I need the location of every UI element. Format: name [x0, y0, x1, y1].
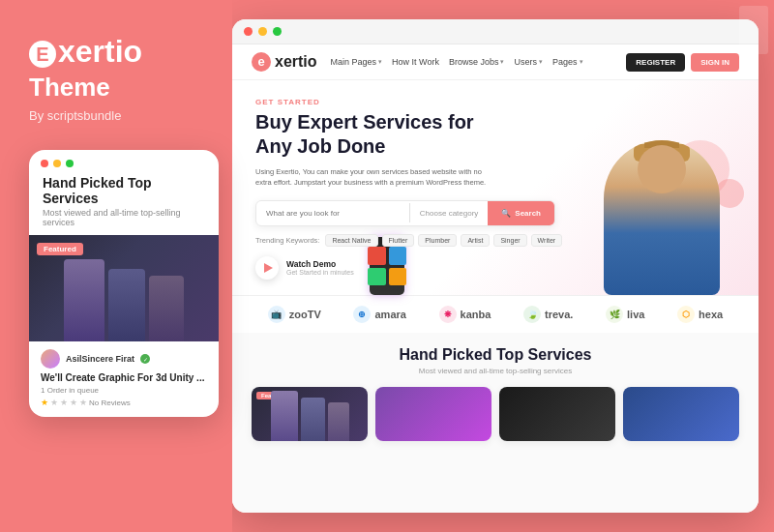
search-input[interactable] — [256, 202, 409, 224]
nav-pages[interactable]: Pages ▾ — [552, 57, 583, 67]
card-window-controls — [29, 150, 219, 173]
watch-label: Watch Demo — [286, 259, 354, 269]
hero-title: Buy Expert Services for Any Job Done — [255, 110, 507, 159]
nav-browse-jobs[interactable]: Browse Jobs ▾ — [449, 57, 505, 67]
browser-bar — [232, 19, 759, 44]
chevron-down-icon: ▾ — [539, 58, 543, 66]
left-panel: Exertio Theme By scriptsbundle Hand Pick… — [0, 0, 232, 532]
nav-main-pages[interactable]: Main Pages ▾ — [331, 57, 383, 67]
trending-row: Trending Keywords: React Native Flutter … — [255, 234, 735, 247]
trending-tags: React Native Flutter Plumber Artist Sing… — [325, 234, 562, 247]
play-button[interactable] — [255, 256, 279, 280]
dot-green — [66, 160, 74, 167]
figure — [301, 398, 325, 441]
service-image-2 — [499, 387, 615, 441]
service-card-1[interactable] — [375, 387, 491, 441]
partner-zootv: 📺 zooTV — [268, 306, 321, 323]
partner-amara: ⊕ amara — [353, 306, 405, 323]
mobile-card: Hand Picked Top Services Most viewed and… — [29, 150, 219, 417]
partner-name: amara — [374, 309, 405, 320]
card-figures — [29, 259, 219, 341]
trending-tag-1[interactable]: Flutter — [382, 234, 415, 247]
partners-bar: 📺 zooTV ⊕ amara ❋ kanba 🍃 treva. 🌿 liva … — [232, 295, 759, 333]
hero-tag: GET STARTED — [255, 98, 735, 106]
brand-subtitle: Theme — [29, 73, 209, 103]
brand-e-icon: E — [29, 41, 56, 68]
signin-button[interactable]: SIGN IN — [691, 53, 739, 72]
avatar — [41, 349, 60, 369]
trending-tag-4[interactable]: Singer — [493, 234, 526, 247]
card-image: Featured — [29, 235, 219, 341]
star-empty-icon: ★ — [60, 398, 68, 407]
logo-e-icon: e — [252, 52, 271, 72]
search-category[interactable]: Choose category — [410, 202, 488, 224]
service-card-0[interactable]: Featured — [252, 387, 368, 441]
zootv-icon: 📺 — [268, 306, 285, 323]
register-button[interactable]: REGISTER — [626, 53, 685, 72]
nav-users[interactable]: Users ▾ — [514, 57, 543, 67]
hero-section: GET STARTED Buy Expert Services for Any … — [232, 80, 759, 295]
star-empty-icon: ★ — [79, 398, 87, 407]
hexa-icon: ⬡ — [677, 306, 695, 323]
nav-how-it-work[interactable]: How It Work — [392, 57, 439, 67]
figure-3 — [149, 276, 184, 341]
partner-treva: 🍃 treva. — [523, 306, 573, 323]
treva-icon: 🍃 — [523, 306, 541, 323]
browser-panel: e xertio Main Pages ▾ How It Work Browse… — [232, 19, 759, 513]
card-username: AsilSincere Firat — [66, 354, 134, 364]
outer-wrapper: Exertio Theme By scriptsbundle Hand Pick… — [0, 0, 774, 532]
nav-links: Main Pages ▾ How It Work Browse Jobs ▾ U… — [331, 57, 613, 67]
browser-dot-yellow[interactable] — [258, 27, 267, 36]
watch-sub: Get Started in minutes — [286, 269, 354, 276]
card-footer: AsilSincere Firat We'll Create Graphic F… — [29, 341, 219, 417]
dot-red — [41, 160, 48, 167]
brand-title: Exertio — [29, 35, 209, 69]
card-heading: Hand Picked Top Services — [29, 173, 219, 208]
review-text: No Reviews — [89, 399, 131, 407]
partner-name: treva. — [545, 309, 573, 320]
trending-tag-3[interactable]: Artist — [461, 234, 490, 247]
services-title: Hand Picked Top Services — [252, 346, 739, 364]
partner-kanba: ❋ kanba — [439, 306, 491, 323]
partner-name: zooTV — [289, 309, 321, 320]
chevron-down-icon: ▾ — [500, 58, 504, 66]
partner-name: kanba — [461, 309, 491, 320]
star-empty-icon: ★ — [70, 398, 77, 407]
kanba-icon: ❋ — [439, 306, 457, 323]
services-grid: Featured — [252, 387, 739, 441]
amara-icon: ⊕ — [353, 306, 371, 323]
search-button[interactable]: 🔍 Search — [488, 201, 554, 225]
brand-by: By scriptsbundle — [29, 108, 209, 123]
play-icon — [264, 263, 273, 273]
featured-badge: Featured — [37, 243, 83, 255]
services-subtitle: Most viewed and all-time top-selling ser… — [252, 367, 739, 375]
partner-name: hexa — [699, 309, 723, 320]
card-user-row: AsilSincere Firat — [41, 349, 207, 369]
service-image-0: Featured — [252, 387, 368, 441]
service-image-3 — [623, 387, 739, 441]
browser-dot-red[interactable] — [244, 27, 253, 36]
partner-hexa: ⬡ hexa — [677, 306, 723, 323]
service-image-1 — [375, 387, 491, 441]
service-card-3[interactable] — [623, 387, 739, 441]
trending-tag-0[interactable]: React Native — [325, 234, 377, 247]
service-card-2[interactable] — [499, 387, 615, 441]
star-empty-icon: ★ — [50, 398, 58, 407]
card-orders: 1 Order in queue — [41, 386, 207, 395]
watch-text: Watch Demo Get Started in minutes — [286, 259, 354, 276]
card-rating: ★ ★ ★ ★ ★ No Reviews — [41, 398, 207, 407]
figure — [271, 391, 298, 441]
figure-2 — [108, 269, 145, 341]
trending-tag-5[interactable]: Writer — [531, 234, 563, 247]
services-section: Hand Picked Top Services Most viewed and… — [232, 333, 759, 514]
chevron-down-icon: ▾ — [378, 58, 382, 66]
search-bar: Choose category 🔍 Search — [255, 200, 555, 226]
card-service-title: We'll Create Graphic For 3d Unity ... — [41, 372, 207, 383]
trending-tag-2[interactable]: Plumber — [418, 234, 457, 247]
card-subheading: Most viewed and all-time top-selling ser… — [29, 208, 219, 235]
search-icon: 🔍 — [501, 209, 511, 218]
chevron-down-icon: ▾ — [580, 58, 583, 66]
verified-icon — [140, 354, 150, 364]
partner-name: liva — [627, 309, 644, 320]
browser-dot-green[interactable] — [273, 27, 282, 36]
